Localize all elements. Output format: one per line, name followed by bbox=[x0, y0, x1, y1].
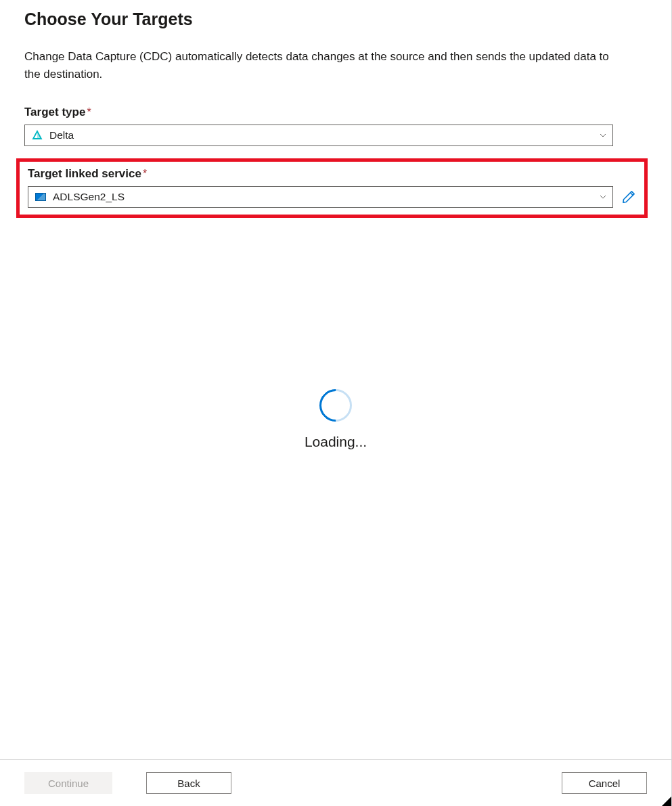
cancel-button[interactable]: Cancel bbox=[562, 772, 647, 794]
target-type-label: Target type bbox=[24, 106, 85, 119]
continue-button: Continue bbox=[24, 772, 112, 794]
required-asterisk: * bbox=[143, 168, 147, 179]
target-linked-service-value: ADLSGen2_LS bbox=[53, 191, 599, 203]
delta-icon bbox=[32, 130, 43, 141]
footer-bar: Continue Back Cancel bbox=[0, 759, 671, 806]
loading-indicator: Loading... bbox=[0, 389, 671, 450]
back-button[interactable]: Back bbox=[146, 772, 231, 794]
highlighted-section: Target linked service* ADLSGen2_LS bbox=[16, 158, 648, 218]
target-type-field: Target type* Delta bbox=[24, 106, 647, 146]
chevron-down-icon bbox=[599, 193, 607, 201]
page-description: Change Data Capture (CDC) automatically … bbox=[24, 48, 620, 83]
corner-decoration bbox=[662, 797, 671, 806]
spinner-icon bbox=[319, 389, 352, 422]
chevron-down-icon bbox=[599, 131, 607, 139]
required-asterisk: * bbox=[87, 106, 91, 118]
target-type-dropdown[interactable]: Delta bbox=[24, 125, 613, 146]
edit-button[interactable] bbox=[621, 189, 636, 204]
target-linked-service-label: Target linked service bbox=[28, 167, 141, 181]
loading-text: Loading... bbox=[305, 434, 367, 450]
target-type-value: Delta bbox=[49, 129, 599, 141]
target-linked-service-field: Target linked service* ADLSGen2_LS bbox=[28, 167, 636, 208]
target-linked-service-dropdown[interactable]: ADLSGen2_LS bbox=[28, 186, 613, 208]
storage-icon bbox=[35, 192, 46, 202]
pencil-icon bbox=[622, 190, 635, 204]
page-title: Choose Your Targets bbox=[24, 9, 647, 29]
